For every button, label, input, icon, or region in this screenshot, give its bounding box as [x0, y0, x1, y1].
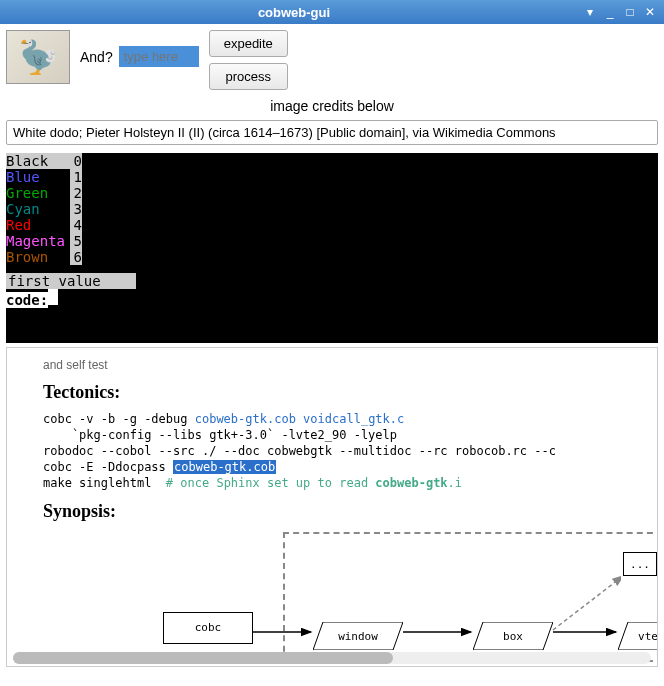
tectonics-heading: Tectonics: — [43, 382, 621, 403]
window-title: cobweb-gui — [258, 5, 330, 20]
color-label: Green — [6, 185, 70, 201]
color-value: 0 — [70, 153, 82, 169]
synopsis-heading: Synopsis: — [43, 501, 621, 522]
color-label: Black — [6, 153, 70, 169]
close-icon[interactable]: ✕ — [642, 4, 658, 20]
color-label: Red — [6, 217, 70, 233]
top-toolbar: 🦤 And? expedite process — [6, 30, 658, 90]
dropdown-icon[interactable]: ▾ — [582, 4, 598, 20]
terminal-row: Brown6 — [6, 249, 658, 265]
terminal-row: Magenta5 — [6, 233, 658, 249]
documentation-pane[interactable]: and self test Tectonics: cobc -v -b -g -… — [6, 347, 658, 667]
maximize-icon[interactable]: □ — [622, 4, 638, 20]
color-value: 3 — [70, 201, 82, 217]
voidcall-link[interactable]: voidcall_gtk.c — [303, 412, 404, 426]
synopsis-diagram: ... cobc window box vte — [43, 532, 621, 662]
terminal-row: Blue1 — [6, 169, 658, 185]
code-label: code: — [6, 292, 48, 308]
window-controls: ▾ _ □ ✕ — [582, 4, 658, 20]
tectonics-code: cobc -v -b -g -debug cobweb-gtk.cob void… — [43, 411, 621, 491]
process-button[interactable]: process — [209, 63, 288, 90]
color-value: 2 — [70, 185, 82, 201]
cobweb-gtk-highlight: cobweb-gtk.cob — [173, 460, 276, 474]
dodo-image: 🦤 — [6, 30, 70, 84]
color-label: Cyan — [6, 201, 70, 217]
expedite-button[interactable]: expedite — [209, 30, 288, 57]
terminal-pane[interactable]: Black0Blue1Green2Cyan3Red4Magenta5Brown6… — [6, 153, 658, 343]
color-value: 5 — [70, 233, 82, 249]
cobweb-gtk-link[interactable]: cobweb-gtk.cob — [195, 412, 296, 426]
color-label: Blue — [6, 169, 70, 185]
color-value: 4 — [70, 217, 82, 233]
terminal-row: Black0 — [6, 153, 658, 169]
color-label: Brown — [6, 249, 70, 265]
svg-line-6 — [553, 576, 621, 630]
first-value-label: first_value — [6, 273, 136, 289]
diagram-vte: vte — [618, 622, 658, 650]
type-input[interactable] — [119, 46, 199, 67]
credits-heading: image credits below — [6, 98, 658, 114]
terminal-cursor — [48, 289, 58, 305]
window-titlebar: cobweb-gui ▾ _ □ ✕ — [0, 0, 664, 24]
minimize-icon[interactable]: _ — [602, 4, 618, 20]
terminal-row: Green2 — [6, 185, 658, 201]
and-label: And? — [80, 49, 113, 65]
credits-input[interactable] — [6, 120, 658, 145]
scrollbar-thumb[interactable] — [13, 652, 393, 664]
terminal-row: Red4 — [6, 217, 658, 233]
diagram-ellipsis: ... — [623, 552, 657, 576]
diagram-arrows — [43, 532, 621, 662]
color-label: Magenta — [6, 233, 70, 249]
terminal-row: Cyan3 — [6, 201, 658, 217]
clipped-text: and self test — [43, 358, 621, 372]
horizontal-scrollbar[interactable] — [13, 652, 651, 664]
color-value: 6 — [70, 249, 82, 265]
color-value: 1 — [70, 169, 82, 185]
